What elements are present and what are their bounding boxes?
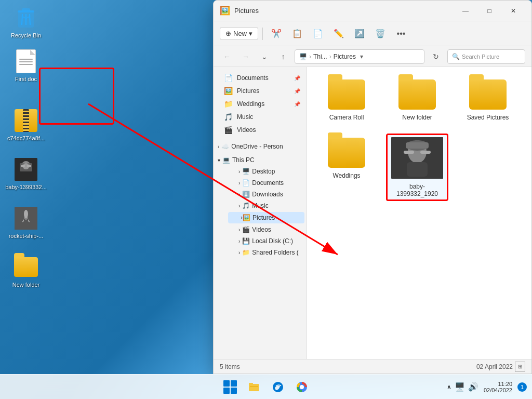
rocket-icon (14, 206, 38, 231)
content-area: 📄 Documents 📌 🖼️ Pictures 📌 📁 Weddings 📌… (214, 67, 531, 359)
file-item-baby-photo[interactable]: baby-1399332_1920 (386, 134, 448, 201)
up-button[interactable]: ↑ (276, 49, 290, 64)
copy-button[interactable]: 📋 (288, 24, 307, 43)
taskbar-file-explorer-button[interactable] (244, 377, 264, 397)
taskbar-chrome-button[interactable] (291, 377, 312, 397)
title-bar: 🖼️ Pictures — □ ✕ (214, 1, 531, 21)
search-bar[interactable]: 🔍 Search Picture (447, 49, 525, 64)
toolbar: ⊕ New ▾ ✂️ 📋 📄 ✏️ ↗️ 🗑️ ••• (214, 21, 531, 46)
taskbar-clock[interactable]: 11:20 02/04/2022 (484, 381, 512, 393)
minimize-button[interactable]: — (454, 3, 477, 19)
new-dropdown-arrow: ▾ (249, 30, 252, 37)
recent-locations-button[interactable]: ⌄ (257, 49, 272, 64)
sidebar-documents-nav-expand[interactable]: › 📄 Documents (226, 177, 307, 189)
file-item-camera-roll[interactable]: Camera Roll (315, 75, 378, 125)
first-doc-label: First doc (15, 76, 37, 82)
maximize-button[interactable]: □ (477, 3, 501, 19)
svg-rect-11 (27, 165, 31, 167)
sidebar-local-disk-expand[interactable]: › 💾 Local Disk (C:) (226, 235, 307, 247)
explorer-window: 🖼️ Pictures — □ ✕ ⊕ New ▾ ✂️ 📋 📄 ✏️ ↗️ 🗑… (213, 0, 532, 374)
desktop-icon-new-folder[interactable]: New folder (5, 255, 47, 288)
chrome-icon (296, 381, 308, 393)
pin-icon-weddings: 📌 (294, 101, 300, 107)
sidebar-item-documents[interactable]: 📄 Documents 📌 (216, 72, 304, 84)
taskbar-edge-button[interactable] (268, 377, 288, 397)
breadcrumb[interactable]: 🖥️ › Thi... › Pictures ▾ (295, 49, 424, 64)
rename-button[interactable]: ✏️ (329, 24, 348, 43)
onedrive-icon: ☁️ (221, 143, 229, 150)
sidebar-shared-folders-expand[interactable]: › 📁 Shared Folders ( (226, 247, 307, 258)
edge-icon (272, 381, 284, 393)
svg-rect-23 (249, 383, 253, 385)
view-toggle-button[interactable]: ⊞ (515, 362, 525, 372)
desktop: Recycle Bin First doc (0, 0, 532, 399)
baby-photo-icon (391, 137, 443, 179)
close-button[interactable]: ✕ (501, 3, 525, 19)
svg-rect-20 (420, 151, 431, 154)
svg-rect-21 (407, 162, 428, 177)
window-title: Pictures (234, 7, 454, 15)
cut-button[interactable]: ✂️ (267, 24, 286, 43)
sidebar-this-pc-label: This PC (232, 156, 255, 164)
svg-line-5 (30, 14, 30, 25)
weddings-folder-icon (328, 138, 365, 168)
start-button[interactable] (220, 377, 241, 397)
share-button[interactable]: ↗️ (350, 24, 369, 43)
search-icon: 🔍 (452, 53, 460, 60)
sidebar-item-videos[interactable]: 🎬 Videos (216, 124, 304, 136)
svg-point-27 (300, 385, 304, 389)
system-tray: ∧ 🖥️ 🔊 (447, 382, 478, 392)
sidebar-item-music[interactable]: 🎵 Music (216, 111, 304, 123)
volume-icon[interactable]: 🔊 (468, 382, 478, 392)
paste-button[interactable]: 📄 (309, 24, 327, 43)
forward-button[interactable]: → (238, 49, 253, 64)
network-icon[interactable]: 🖥️ (455, 382, 465, 392)
breadcrumb-pc-icon: 🖥️ (299, 53, 307, 60)
file-item-weddings-folder[interactable]: Weddings (315, 134, 378, 201)
back-button[interactable]: ← (220, 49, 234, 64)
sidebar-desktop-label: Desktop (252, 168, 275, 175)
desktop-icon-recycle-bin[interactable]: Recycle Bin (5, 5, 47, 38)
weddings-sidebar-icon: 📁 (224, 100, 233, 108)
pin-icon-documents: 📌 (294, 75, 300, 81)
sidebar-music-label: Music (237, 113, 253, 121)
recycle-bin-label: Recycle Bin (11, 32, 41, 38)
sidebar-shared-folders-label: Shared Folders ( (252, 249, 298, 256)
saved-pictures-label: Saved Pictures (467, 114, 509, 121)
sidebar-videos-nav-expand[interactable]: › 🎬 Videos (226, 224, 307, 235)
file-grid: Camera Roll New folder Saved Pictures (307, 67, 531, 359)
delete-button[interactable]: 🗑️ (371, 24, 390, 43)
taskbar-date-display: 02/04/2022 (484, 387, 512, 393)
sidebar-documents-nav-label: Documents (252, 179, 284, 187)
sidebar-this-pc-expand[interactable]: ▾ 💻 This PC (214, 154, 307, 166)
sidebar-desktop-expand[interactable]: › 🖥️ Desktop (226, 166, 307, 177)
sidebar-pictures-nav[interactable]: › 🖼️ Pictures (228, 212, 304, 223)
desktop-icon-rocket[interactable]: rocket-ship-... (5, 206, 47, 239)
svg-point-13 (24, 210, 28, 218)
breadcrumb-this-pc: Thi... (313, 53, 327, 60)
file-item-saved-pictures[interactable]: Saved Pictures (457, 75, 519, 125)
new-folder-desktop-icon (14, 255, 38, 280)
explorer-window-icon: 🖼️ (220, 6, 230, 16)
baby-photo-grid-label: baby-1399332_1920 (390, 183, 445, 197)
camera-roll-label: Camera Roll (329, 114, 364, 121)
sidebar-videos-nav-label: Videos (252, 226, 271, 233)
refresh-button[interactable]: ↻ (429, 49, 443, 64)
breadcrumb-pictures: Pictures (334, 53, 356, 60)
desktop-icon-baby-photo[interactable]: baby-1399332... (5, 157, 47, 190)
sidebar-onedrive-label: OneDrive - Person (231, 143, 283, 150)
file-item-new-folder[interactable]: New folder (386, 75, 448, 125)
expand-tray-icon[interactable]: ∧ (447, 383, 451, 391)
new-folder-icon (398, 79, 436, 110)
more-options-button[interactable]: ••• (392, 24, 410, 43)
sidebar-onedrive-expand[interactable]: › ☁️ OneDrive - Person (214, 141, 307, 152)
sidebar-music-nav-expand[interactable]: › 🎵 Music (226, 200, 307, 211)
documents-icon: 📄 (224, 74, 233, 82)
new-button[interactable]: ⊕ New ▾ (220, 27, 258, 40)
svg-rect-19 (404, 151, 414, 154)
sidebar-downloads-expand[interactable]: › ⬇️ Downloads (226, 189, 307, 200)
notification-badge[interactable]: 1 (517, 382, 527, 392)
sidebar-item-weddings[interactable]: 📁 Weddings 📌 (216, 98, 304, 110)
sidebar-item-pictures[interactable]: 🖼️ Pictures 📌 (216, 85, 304, 97)
address-bar: ← → ⌄ ↑ 🖥️ › Thi... › Pictures ▾ ↻ 🔍 Sea… (214, 46, 531, 67)
